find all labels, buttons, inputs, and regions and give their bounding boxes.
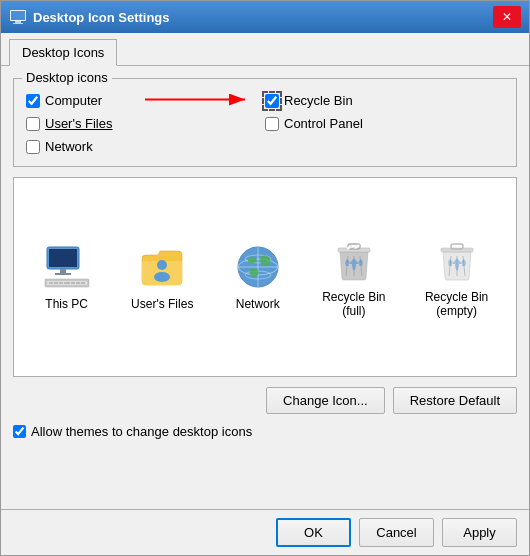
svg-rect-18 — [81, 282, 85, 284]
window-title: Desktop Icon Settings — [33, 10, 493, 25]
checkbox-control-panel[interactable]: Control Panel — [265, 116, 504, 131]
close-button[interactable]: ✕ — [493, 6, 521, 28]
desktop-icons-group: Desktop icons Computer Recycle Bin — [13, 78, 517, 167]
recycle-empty-label: Recycle Bin (empty) — [425, 290, 488, 318]
allow-themes-row[interactable]: Allow themes to change desktop icons — [13, 424, 517, 439]
checkbox-control-label: Control Panel — [284, 116, 363, 131]
cancel-button[interactable]: Cancel — [359, 518, 434, 547]
network-icon — [234, 243, 282, 291]
this-pc-label: This PC — [45, 297, 88, 311]
svg-rect-3 — [13, 23, 23, 24]
icon-network[interactable]: Network — [223, 237, 293, 317]
main-content: Desktop icons Computer Recycle Bin — [1, 66, 529, 509]
bottom-buttons-bar: OK Cancel Apply — [1, 509, 529, 555]
recycle-full-label: Recycle Bin (full) — [322, 290, 385, 318]
svg-rect-12 — [49, 282, 53, 284]
svg-rect-1 — [11, 11, 25, 20]
tabs-bar: Desktop Icons — [1, 33, 529, 66]
checkbox-computer-label: Computer — [45, 93, 102, 108]
allow-themes-checkbox[interactable] — [13, 425, 26, 438]
ok-button[interactable]: OK — [276, 518, 351, 547]
svg-rect-2 — [15, 21, 21, 23]
svg-rect-17 — [76, 282, 80, 284]
svg-point-20 — [154, 272, 170, 282]
svg-rect-7 — [49, 249, 77, 267]
checkbox-users-label: User's Files — [45, 116, 113, 131]
checkbox-network-label: Network — [45, 139, 93, 154]
title-bar: Desktop Icon Settings ✕ — [1, 1, 529, 33]
icon-buttons-row: Change Icon... Restore Default — [13, 387, 517, 414]
users-files-label: User's Files — [131, 297, 193, 311]
tab-desktop-icons[interactable]: Desktop Icons — [9, 39, 117, 66]
recycle-bin-full-icon — [330, 236, 378, 284]
svg-rect-14 — [59, 282, 63, 284]
svg-rect-15 — [64, 282, 70, 284]
change-icon-button[interactable]: Change Icon... — [266, 387, 385, 414]
checkbox-network[interactable]: Network — [26, 139, 265, 154]
icon-users-files[interactable]: User's Files — [121, 237, 203, 317]
icon-recycle-empty[interactable]: Recycle Bin (empty) — [415, 230, 498, 324]
checkbox-users-files[interactable]: User's Files — [26, 116, 265, 131]
svg-point-19 — [157, 260, 167, 270]
this-pc-icon — [43, 243, 91, 291]
icons-preview-box: This PC User's Files — [13, 177, 517, 377]
icon-recycle-full[interactable]: Recycle Bin (full) — [312, 230, 395, 324]
group-label: Desktop icons — [22, 70, 112, 85]
icon-this-pc[interactable]: This PC — [32, 237, 102, 317]
svg-rect-16 — [71, 282, 75, 284]
svg-rect-8 — [60, 269, 66, 273]
checkbox-recycle-label: Recycle Bin — [284, 93, 353, 108]
recycle-bin-empty-icon — [433, 236, 481, 284]
checkboxes-grid: Computer Recycle Bin — [26, 93, 504, 154]
users-files-icon — [138, 243, 186, 291]
svg-rect-13 — [54, 282, 58, 284]
restore-default-button[interactable]: Restore Default — [393, 387, 517, 414]
window: Desktop Icon Settings ✕ Desktop Icons De… — [0, 0, 530, 556]
allow-themes-label: Allow themes to change desktop icons — [31, 424, 252, 439]
svg-rect-9 — [55, 273, 71, 275]
network-label: Network — [236, 297, 280, 311]
apply-button[interactable]: Apply — [442, 518, 517, 547]
svg-rect-34 — [451, 244, 463, 249]
checkbox-computer[interactable]: Computer — [26, 93, 265, 108]
window-icon — [9, 8, 27, 26]
checkbox-recycle-bin[interactable]: Recycle Bin — [265, 93, 504, 108]
